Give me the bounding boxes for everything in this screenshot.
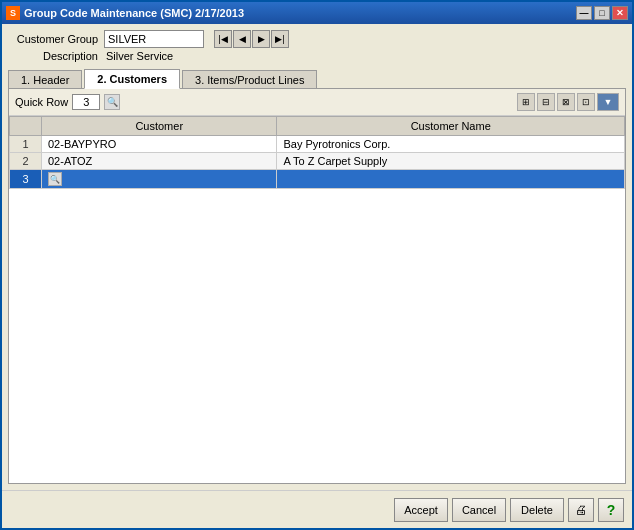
description-row: Description Silver Service — [8, 50, 626, 62]
row-num-cell: 2 — [10, 153, 42, 170]
tab-header[interactable]: 1. Header — [8, 70, 82, 89]
col-customer: Customer — [42, 117, 277, 136]
minimize-button[interactable]: — — [576, 6, 592, 20]
toolbar-icon-3[interactable]: ⊠ — [557, 93, 575, 111]
title-buttons: — □ ✕ — [576, 6, 628, 20]
quick-row-label: Quick Row — [15, 96, 68, 108]
description-label: Description — [8, 50, 98, 62]
nav-prev-button[interactable]: ◀ — [233, 30, 251, 48]
help-button[interactable]: ? — [598, 498, 624, 522]
row-search-icon[interactable]: 🔍 — [48, 172, 62, 186]
nav-first-button[interactable]: |◀ — [214, 30, 232, 48]
nav-next-button[interactable]: ▶ — [252, 30, 270, 48]
bottom-bar: Accept Cancel Delete 🖨 ? — [2, 490, 632, 528]
col-customer-name: Customer Name — [277, 117, 625, 136]
form-fields: Customer Group |◀ ◀ ▶ ▶| Description Sil… — [8, 30, 626, 62]
close-button[interactable]: ✕ — [612, 6, 628, 20]
row-num-cell: 1 — [10, 136, 42, 153]
toolbar-icon-4[interactable]: ⊡ — [577, 93, 595, 111]
table-row[interactable]: 2 02-ATOZ A To Z Carpet Supply — [10, 153, 625, 170]
content-area: Customer Group |◀ ◀ ▶ ▶| Description Sil… — [2, 24, 632, 490]
maximize-button[interactable]: □ — [594, 6, 610, 20]
toolbar-icon-2[interactable]: ⊟ — [537, 93, 555, 111]
tab-items[interactable]: 3. Items/Product Lines — [182, 70, 317, 89]
app-icon: S — [6, 6, 20, 20]
print-button[interactable]: 🖨 — [568, 498, 594, 522]
tab-customers[interactable]: 2. Customers — [84, 69, 180, 89]
customer-group-row: Customer Group |◀ ◀ ▶ ▶| — [8, 30, 626, 48]
description-value: Silver Service — [106, 50, 173, 62]
toolbar-icon-1[interactable]: ⊞ — [517, 93, 535, 111]
table-container: Customer Customer Name 1 02-BAYPYRO Bay … — [9, 116, 625, 483]
window-title: Group Code Maintenance (SMC) 2/17/2013 — [24, 7, 244, 19]
customer-group-label: Customer Group — [8, 33, 98, 45]
nav-last-button[interactable]: ▶| — [271, 30, 289, 48]
cancel-button[interactable]: Cancel — [452, 498, 506, 522]
main-panel: Quick Row 🔍 ⊞ ⊟ ⊠ ⊡ ▼ — [8, 88, 626, 484]
customer-name-cell: A To Z Carpet Supply — [277, 153, 625, 170]
customer-name-cell-empty — [277, 170, 625, 189]
customer-cell-empty[interactable]: 🔍 — [42, 170, 277, 189]
accept-button[interactable]: Accept — [394, 498, 448, 522]
title-bar-left: S Group Code Maintenance (SMC) 2/17/2013 — [6, 6, 244, 20]
toolbar-dropdown-btn[interactable]: ▼ — [597, 93, 619, 111]
quick-row-group: Quick Row 🔍 — [15, 94, 120, 110]
customer-cell[interactable]: 02-BAYPYRO — [42, 136, 277, 153]
tabs-container: 1. Header 2. Customers 3. Items/Product … — [8, 68, 626, 88]
customer-cell[interactable]: 02-ATOZ — [42, 153, 277, 170]
toolbar-row: Quick Row 🔍 ⊞ ⊟ ⊠ ⊡ ▼ — [9, 89, 625, 116]
toolbar-icons-right: ⊞ ⊟ ⊠ ⊡ ▼ — [517, 93, 619, 111]
col-row-num — [10, 117, 42, 136]
main-window: S Group Code Maintenance (SMC) 2/17/2013… — [0, 0, 634, 530]
table-row[interactable]: 1 02-BAYPYRO Bay Pyrotronics Corp. — [10, 136, 625, 153]
customer-name-cell: Bay Pyrotronics Corp. — [277, 136, 625, 153]
quick-row-input[interactable] — [72, 94, 100, 110]
nav-buttons: |◀ ◀ ▶ ▶| — [214, 30, 289, 48]
delete-button[interactable]: Delete — [510, 498, 564, 522]
row-num-cell: 3 — [10, 170, 42, 189]
quick-row-search-icon[interactable]: 🔍 — [104, 94, 120, 110]
customer-group-input[interactable] — [104, 30, 204, 48]
customers-table: Customer Customer Name 1 02-BAYPYRO Bay … — [9, 116, 625, 189]
title-bar: S Group Code Maintenance (SMC) 2/17/2013… — [2, 2, 632, 24]
table-row-selected[interactable]: 3 🔍 — [10, 170, 625, 189]
